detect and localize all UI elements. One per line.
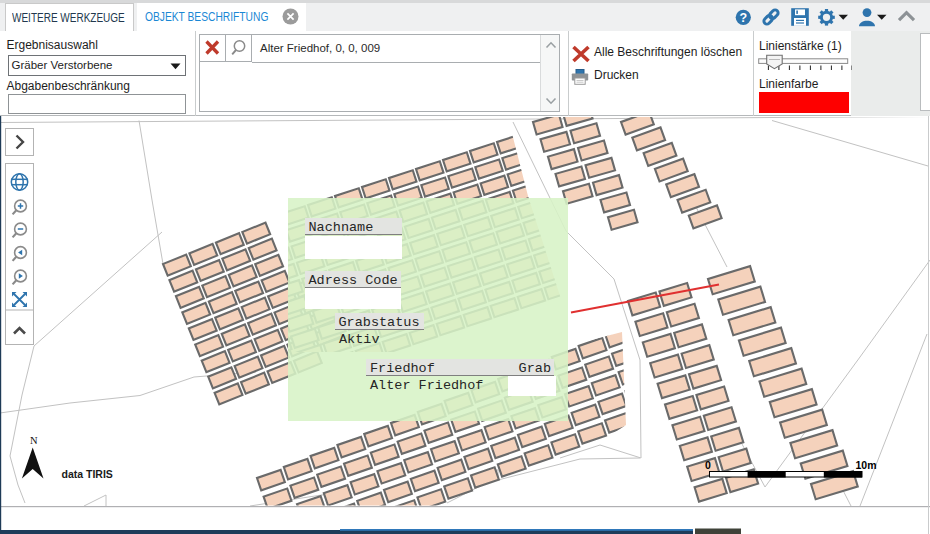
svg-text:0: 0 — [705, 459, 711, 471]
svg-text:10m: 10m — [856, 459, 877, 471]
svg-text:data TIRIS: data TIRIS — [62, 468, 113, 480]
svg-text:N: N — [30, 435, 38, 446]
svg-text:?: ? — [739, 11, 747, 25]
